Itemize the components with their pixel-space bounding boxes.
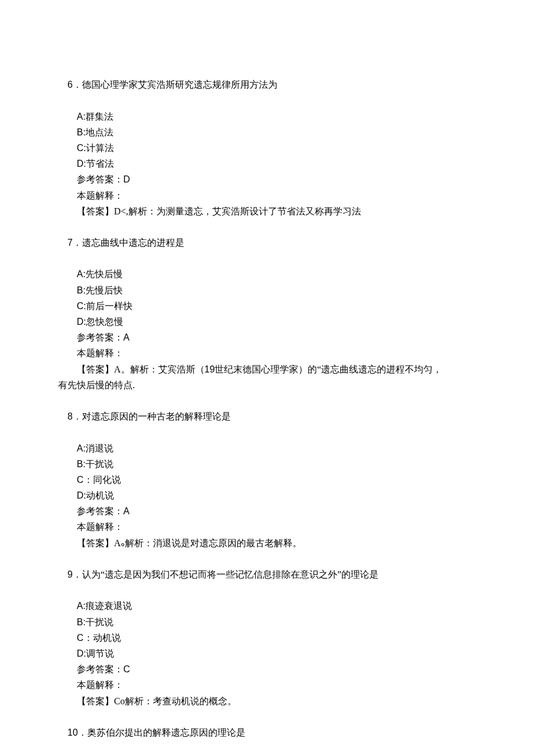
option: A:消退说 <box>58 440 477 456</box>
question-stem: 7．遗忘曲线中遗忘的进程是 <box>58 219 477 267</box>
option-label: C： <box>77 475 93 485</box>
answer-label: 参考答案： <box>77 174 123 184</box>
question-text: ．德国心理学家艾宾浩斯研究遗忘规律所用方法为 <box>73 80 277 89</box>
option-text: 节省法 <box>86 159 114 169</box>
option-label: A: <box>77 112 85 121</box>
question-text: ．奥苏伯尔提出的解释遗忘原因的理论是 <box>78 728 245 737</box>
option: D:节省法 <box>58 156 477 171</box>
option-label: A: <box>77 601 85 611</box>
option-text: 先快后慢 <box>85 269 123 279</box>
option: C：同化说 <box>58 472 477 488</box>
option-text: 前后一样快 <box>86 301 133 311</box>
option-text: 群集法 <box>85 112 113 121</box>
explain-label: 本题解释： <box>58 188 477 203</box>
option: B:先慢后快 <box>58 282 477 298</box>
option: C:前后一样快 <box>58 298 477 314</box>
option-text: 先慢后快 <box>85 285 123 295</box>
option-text: 调节说 <box>86 648 114 658</box>
option: B:地点法 <box>58 124 477 140</box>
option-label: D: <box>77 317 86 327</box>
option-text: 痕迹衰退说 <box>85 601 132 611</box>
option: C：动机说 <box>58 630 477 646</box>
question-stem: 6．德国心理学家艾宾浩斯研究遗忘规律所用方法为 <box>58 61 477 109</box>
question-number: 8 <box>67 411 73 421</box>
option: A:先快后慢 <box>58 266 477 282</box>
option-label: C: <box>77 143 86 153</box>
explain-text: 【答案】Co解析：考查动机说的概念。 <box>58 693 477 709</box>
answer-line: 参考答案：A <box>58 329 477 345</box>
option: D:忽快忽慢 <box>58 314 477 329</box>
option-label: D: <box>77 159 86 169</box>
explain-label: 本题解释： <box>58 519 477 535</box>
option-text: 干扰说 <box>85 617 113 627</box>
option-text: 计算法 <box>86 143 114 153</box>
answer-line: 参考答案：D <box>58 171 477 187</box>
question-stem: 10．奥苏伯尔提出的解释遗忘原因的理论是 <box>58 709 477 756</box>
option: D:调节说 <box>58 646 477 661</box>
question-number: 6 <box>67 80 73 89</box>
question-stem: 9．认为“遗忘是因为我们不想记而将一些记忆信息排除在意识之外”的理论是 <box>58 551 477 599</box>
option: D:动机说 <box>58 488 477 503</box>
option-text: 地点法 <box>85 127 113 137</box>
option-label: A: <box>77 443 85 453</box>
option: A:痕迹衰退说 <box>58 598 477 614</box>
option: B:干扰说 <box>58 456 477 472</box>
question-text: ．认为“遗忘是因为我们不想记而将一些记忆信息排除在意识之外”的理论是 <box>73 569 379 579</box>
option-text: 消退说 <box>85 443 113 453</box>
option: A:群集法 <box>58 109 477 124</box>
question-text: ．对遗忘原因的一种古老的解释理论是 <box>73 411 231 421</box>
option-label: D: <box>77 490 86 500</box>
answer-label: 参考答案： <box>77 332 123 342</box>
answer-value: C <box>123 664 130 674</box>
option-label: B: <box>77 459 85 469</box>
option-label: B: <box>77 127 85 137</box>
explain-label: 本题解释： <box>58 345 477 361</box>
question-text: ．遗忘曲线中遗忘的进程是 <box>73 238 184 248</box>
explain-label: 本题解释： <box>58 677 477 693</box>
answer-label: 参考答案： <box>77 664 123 674</box>
explain-text-line1: 【答案】A。解析：艾宾浩斯（19世纪末德国心理学家）的“遗忘曲线遗忘的进程不均匀… <box>58 361 477 377</box>
option: B:干扰说 <box>58 614 477 630</box>
option-text: 动机说 <box>86 490 114 500</box>
option: C:计算法 <box>58 140 477 156</box>
option-label: C: <box>77 301 86 311</box>
explain-text-line2: 有先快后慢的特点. <box>58 377 477 393</box>
option-label: D: <box>77 648 86 658</box>
answer-line: 参考答案：A <box>58 503 477 519</box>
option-text: 忽快忽慢 <box>86 317 123 327</box>
answer-label: 参考答案： <box>77 506 123 516</box>
question-stem: 8．对遗忘原因的一种古老的解释理论是 <box>58 393 477 440</box>
option-label: C： <box>77 633 93 643</box>
answer-value: A <box>123 332 130 342</box>
question-number: 7 <box>67 238 73 248</box>
answer-value: D <box>123 174 130 184</box>
option-text: 干扰说 <box>85 459 113 469</box>
question-number: 10 <box>67 728 78 737</box>
answer-line: 参考答案：C <box>58 661 477 677</box>
option-label: B: <box>77 617 85 627</box>
option-label: A: <box>77 269 85 279</box>
explain-text: 【答案】Aₒ解析：消退说是对遗忘原因的最古老解释。 <box>58 535 477 551</box>
option-text: 动机说 <box>93 633 121 643</box>
option-text: 同化说 <box>93 475 121 485</box>
question-number: 9 <box>67 569 73 579</box>
explain-text: 【答案】D<,解析：为测量遗忘，艾宾浩斯设计了节省法又称再学习法 <box>58 203 477 219</box>
option-label: B: <box>77 285 85 295</box>
answer-value: A <box>123 506 130 516</box>
document-page: 6．德国心理学家艾宾浩斯研究遗忘规律所用方法为 A:群集法 B:地点法 C:计算… <box>0 0 535 756</box>
